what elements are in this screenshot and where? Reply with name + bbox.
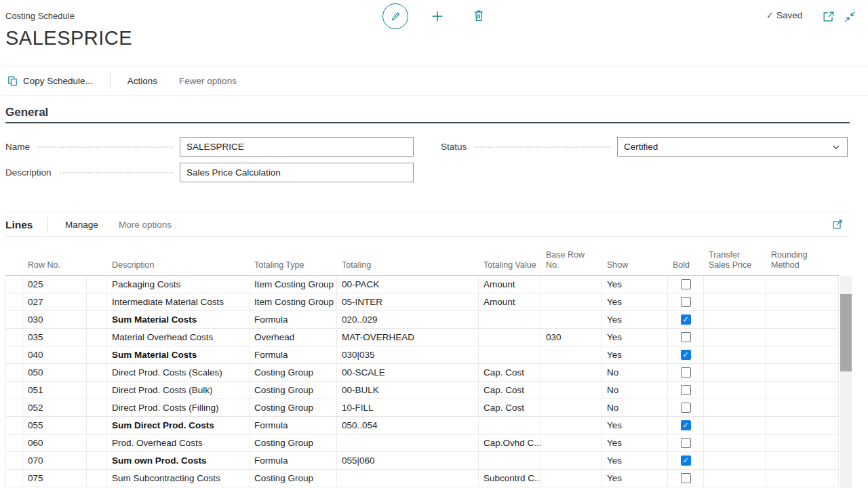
bold-checkbox[interactable]: ✓ — [681, 350, 691, 360]
cell-totaling[interactable]: 05-INTER — [337, 293, 479, 310]
focus-mode-button[interactable] — [832, 218, 844, 230]
cell-base_row_no[interactable] — [541, 276, 602, 293]
cell-base_row_no[interactable] — [541, 452, 602, 469]
cell-row_no[interactable]: 075 — [23, 470, 87, 487]
cell-row_no[interactable]: 051 — [23, 382, 87, 399]
description-input[interactable] — [180, 163, 414, 182]
cell-totaling[interactable]: 020..029 — [337, 311, 479, 328]
table-row[interactable]: 051Direct Prod. Costs (Bulk)Costing Grou… — [5, 382, 839, 399]
cell-base_row_no[interactable] — [541, 417, 602, 434]
status-select[interactable]: Certified — [617, 137, 848, 157]
cell-description[interactable]: Sum Direct Prod. Costs — [107, 417, 250, 434]
cell-totaling_value[interactable]: Cap. Cost — [479, 382, 541, 399]
cell-base_row_no[interactable] — [541, 399, 602, 416]
cell-totaling_value[interactable]: Amount — [479, 293, 541, 310]
cell-description[interactable]: Material Overhead Costs — [107, 329, 250, 346]
bold-checkbox[interactable] — [681, 385, 691, 395]
cell-description[interactable]: Direct Prod. Costs (Scales) — [107, 364, 250, 381]
cell-totaling_type[interactable]: Formula — [250, 417, 337, 434]
table-row[interactable]: 035Material Overhead CostsOverheadMAT-OV… — [5, 329, 839, 346]
cell-show[interactable]: No — [602, 364, 668, 381]
cell-row_no[interactable]: 025 — [23, 276, 87, 293]
cell-totaling[interactable]: 00-PACK — [337, 276, 479, 293]
cell-totaling_value[interactable]: Cap. Cost — [479, 399, 541, 416]
cell-totaling[interactable]: 00-SCALE — [337, 364, 479, 381]
cell-transfer_sales_price[interactable] — [704, 434, 766, 451]
cell-show[interactable]: Yes — [602, 329, 668, 346]
column-header-totaling_type[interactable]: Totaling Type — [250, 260, 337, 275]
cell-totaling_value[interactable]: Amount — [479, 276, 541, 293]
bold-checkbox[interactable]: ✓ — [681, 314, 691, 325]
cell-totaling_value[interactable]: Cap.Ovhd C... — [479, 434, 541, 451]
cell-totaling[interactable] — [337, 470, 479, 487]
cell-description[interactable]: Packaging Costs — [107, 276, 250, 293]
cell-totaling_type[interactable]: Costing Group — [250, 364, 337, 381]
cell-totaling[interactable]: MAT-OVERHEAD — [337, 329, 479, 346]
cell-rounding_method[interactable] — [766, 452, 839, 469]
cell-transfer_sales_price[interactable] — [704, 329, 766, 346]
cell-description[interactable]: Direct Prod. Costs (Filling) — [107, 399, 250, 416]
cell-row_no[interactable]: 052 — [23, 399, 87, 416]
bold-checkbox[interactable] — [681, 279, 691, 289]
cell-description[interactable]: Sum Material Costs — [107, 311, 250, 328]
cell-rounding_method[interactable] — [766, 276, 839, 293]
cell-show[interactable]: Yes — [602, 417, 668, 434]
cell-totaling[interactable]: 030|035 — [337, 346, 479, 363]
cell-totaling_type[interactable]: Overhead — [250, 329, 337, 346]
bold-checkbox[interactable] — [681, 297, 691, 307]
cell-row_no[interactable]: 050 — [23, 364, 87, 381]
cell-totaling[interactable]: 10-FILL — [337, 399, 479, 416]
cell-transfer_sales_price[interactable] — [704, 399, 766, 416]
cell-totaling_type[interactable]: Costing Group — [250, 470, 337, 487]
cell-row_no[interactable]: 027 — [23, 293, 87, 310]
cell-totaling[interactable] — [337, 434, 479, 451]
table-row[interactable]: 075Sum Subcontracting CostsCosting Group… — [5, 470, 839, 487]
cell-show[interactable]: Yes — [602, 470, 668, 487]
new-button[interactable] — [430, 9, 445, 24]
cell-row_no[interactable]: 035 — [23, 329, 87, 346]
popout-button[interactable] — [822, 10, 835, 23]
cell-transfer_sales_price[interactable] — [704, 470, 766, 487]
column-header-totaling[interactable]: Totaling — [337, 260, 479, 275]
cell-totaling_type[interactable]: Formula — [250, 311, 337, 328]
cell-totaling_value[interactable]: Subcontrd C... — [479, 470, 541, 487]
bold-checkbox[interactable] — [681, 473, 691, 483]
cell-base_row_no[interactable]: 030 — [541, 329, 602, 346]
cell-totaling_type[interactable]: Item Costing Group — [250, 293, 337, 310]
cell-totaling_value[interactable] — [479, 329, 541, 346]
vertical-scrollbar[interactable] — [840, 276, 852, 488]
cell-totaling_value[interactable] — [479, 346, 541, 363]
bold-checkbox[interactable] — [681, 332, 691, 342]
delete-button[interactable] — [471, 8, 486, 23]
manage-menu[interactable]: Manage — [65, 220, 98, 230]
scrollbar-thumb[interactable] — [840, 294, 852, 371]
cell-base_row_no[interactable] — [541, 382, 602, 399]
cell-totaling_type[interactable]: Costing Group — [250, 399, 337, 416]
table-row[interactable]: 060Prod. Overhead CostsCosting GroupCap.… — [5, 434, 839, 452]
cell-rounding_method[interactable] — [766, 470, 839, 487]
cell-base_row_no[interactable] — [541, 470, 602, 487]
cell-totaling_value[interactable] — [479, 452, 541, 469]
cell-base_row_no[interactable] — [541, 311, 602, 328]
bold-checkbox[interactable]: ✓ — [681, 420, 691, 430]
cell-totaling_value[interactable] — [479, 417, 541, 434]
cell-totaling_type[interactable]: Formula — [250, 452, 337, 469]
table-row[interactable]: 027Intermediate Material CostsItem Costi… — [5, 293, 839, 311]
cell-rounding_method[interactable] — [766, 346, 839, 363]
cell-totaling_type[interactable]: Formula — [250, 346, 337, 363]
cell-show[interactable]: Yes — [602, 293, 668, 310]
edit-button[interactable] — [382, 3, 408, 29]
column-header-bold[interactable]: Bold — [668, 260, 704, 275]
cell-rounding_method[interactable] — [766, 399, 839, 416]
cell-rounding_method[interactable] — [766, 311, 839, 328]
cell-transfer_sales_price[interactable] — [704, 311, 766, 328]
cell-description[interactable]: Sum Material Costs — [107, 346, 250, 363]
cell-transfer_sales_price[interactable] — [704, 293, 766, 310]
cell-row_no[interactable]: 070 — [23, 452, 87, 469]
table-row[interactable]: 055Sum Direct Prod. CostsFormula050..054… — [5, 417, 839, 434]
cell-description[interactable]: Direct Prod. Costs (Bulk) — [107, 382, 250, 399]
more-options-button[interactable]: More options — [119, 220, 172, 230]
cell-description[interactable]: Sum Subcontracting Costs — [107, 470, 250, 487]
table-row[interactable]: 030Sum Material CostsFormula020..029Yes✓ — [5, 311, 839, 329]
column-header-base_row_no[interactable]: Base Row No. — [541, 250, 602, 275]
